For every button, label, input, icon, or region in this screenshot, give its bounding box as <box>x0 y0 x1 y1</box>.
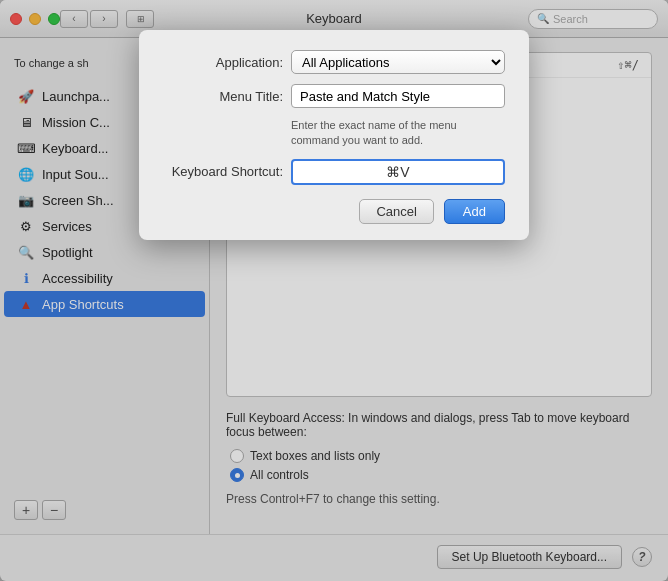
main-window: ‹ › ⊞ Keyboard 🔍 Search To change a sh 🚀… <box>0 0 668 581</box>
add-shortcut-modal: Application: All Applications Other... M… <box>139 30 529 240</box>
modal-overlay: Application: All Applications Other... M… <box>0 0 668 581</box>
modal-shortcut-row: Keyboard Shortcut: ⌘V <box>163 159 505 185</box>
keyboard-shortcut-label: Keyboard Shortcut: <box>163 164 283 179</box>
menu-title-input[interactable] <box>291 84 505 108</box>
cancel-button[interactable]: Cancel <box>359 199 433 224</box>
application-select[interactable]: All Applications Other... <box>291 50 505 74</box>
keyboard-shortcut-input[interactable]: ⌘V <box>291 159 505 185</box>
application-label: Application: <box>163 55 283 70</box>
modal-menu-title-row: Menu Title: <box>163 84 505 108</box>
add-button[interactable]: Add <box>444 199 505 224</box>
menu-title-label: Menu Title: <box>163 89 283 104</box>
modal-buttons: Cancel Add <box>163 199 505 224</box>
application-select-wrapper: All Applications Other... <box>291 50 505 74</box>
modal-hint: Enter the exact name of the menu command… <box>291 118 505 149</box>
keyboard-shortcut-value: ⌘V <box>386 164 409 180</box>
modal-application-row: Application: All Applications Other... <box>163 50 505 74</box>
